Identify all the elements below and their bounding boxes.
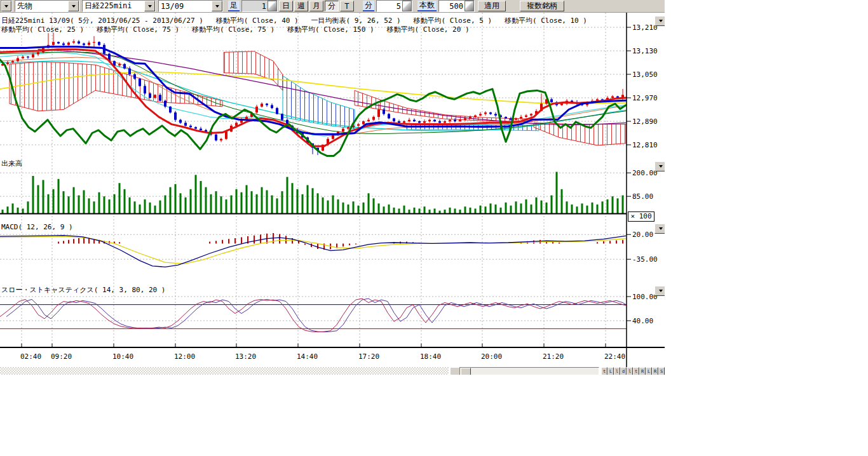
- svg-text:-35.00: -35.00: [632, 255, 658, 264]
- svg-text:40.00: 40.00: [632, 317, 653, 325]
- svg-text:12,890: 12,890: [632, 117, 658, 126]
- svg-text:20:00: 20:00: [481, 352, 502, 361]
- screen: 先物 日経225mini 13/09 足 1 日 週 月 分 T 分 5 本数 …: [0, 0, 868, 456]
- svg-text:13,050: 13,050: [632, 70, 658, 79]
- svg-text:14:40: 14:40: [297, 352, 318, 361]
- mini-tool-button[interactable]: S: [658, 367, 665, 375]
- svg-text:02:40: 02:40: [20, 352, 41, 361]
- svg-text:13:20: 13:20: [235, 352, 256, 361]
- mini-tool-button[interactable]: L: [607, 367, 614, 375]
- macd-pane-label: MACD( 12, 26, 9 ): [1, 223, 73, 231]
- svg-text:10:40: 10:40: [112, 352, 133, 361]
- mini-tool-button[interactable]: R: [652, 367, 658, 375]
- svg-text:12:00: 12:00: [174, 352, 195, 361]
- scrollbar-thumb[interactable]: [461, 368, 471, 375]
- svg-text:20.00: 20.00: [632, 231, 653, 239]
- macd-pane-dropdown-button[interactable]: [654, 224, 665, 234]
- volume-multiplier-badge: × 100: [628, 211, 654, 222]
- bottom-toolbar-strip: tLldltRLRStt: [0, 367, 665, 375]
- mini-tool-button[interactable]: R: [639, 367, 646, 375]
- chevron-down-icon: [659, 165, 663, 170]
- price-pane-dropdown-button[interactable]: [654, 16, 665, 26]
- chevron-down-icon: [659, 227, 663, 232]
- chart-canvas: 13,21013,13013,05012,97012,89012,810200.…: [0, 0, 665, 375]
- svg-text:100.00: 100.00: [632, 293, 658, 301]
- svg-text:09:20: 09:20: [51, 352, 72, 361]
- svg-text:22:40: 22:40: [604, 352, 625, 361]
- svg-text:21:20: 21:20: [543, 352, 564, 361]
- svg-text:85.00: 85.00: [632, 192, 653, 201]
- svg-text:12,810: 12,810: [632, 141, 658, 149]
- chart-header-line2: 移動平均( Close, 25 ) 移動平均( Close, 75 ) 移動平均…: [1, 25, 470, 34]
- chart-app-window: 先物 日経225mini 13/09 足 1 日 週 月 分 T 分 5 本数 …: [0, 0, 665, 375]
- chevron-down-icon: [659, 290, 663, 294]
- mini-tool-button[interactable]: t: [601, 367, 607, 375]
- svg-text:13,210: 13,210: [632, 23, 658, 32]
- stochastic-pane-label: スロー・ストキャスティクス( 14, 3, 80, 20 ): [1, 285, 165, 295]
- mini-tool-button[interactable]: t: [633, 367, 639, 375]
- svg-text:17:20: 17:20: [358, 352, 379, 361]
- chart-header-line1: 日経225mini 13/09( 5分, 2013/06/25 - 2013/0…: [1, 16, 587, 25]
- scroll-left-button[interactable]: [450, 367, 460, 375]
- mini-toolbar: tLldltRLRStt: [601, 367, 665, 375]
- scrollbar-track-left: [0, 367, 449, 375]
- volume-pane-dropdown-button[interactable]: [654, 161, 665, 171]
- mini-tool-button[interactable]: l: [614, 367, 620, 375]
- stochastic-pane-dropdown-button[interactable]: [654, 286, 665, 296]
- mini-tool-button[interactable]: L: [646, 367, 652, 375]
- svg-text:12,970: 12,970: [632, 94, 658, 102]
- mini-tool-button[interactable]: l: [627, 367, 633, 375]
- mini-tool-button[interactable]: d: [620, 367, 627, 375]
- horizontal-scrollbar[interactable]: [459, 367, 599, 375]
- volume-pane-label: 出来高: [1, 159, 22, 168]
- svg-text:200.00: 200.00: [632, 169, 658, 177]
- svg-text:13,130: 13,130: [632, 47, 658, 55]
- svg-text:18:40: 18:40: [420, 352, 441, 361]
- chevron-down-icon: [659, 20, 663, 24]
